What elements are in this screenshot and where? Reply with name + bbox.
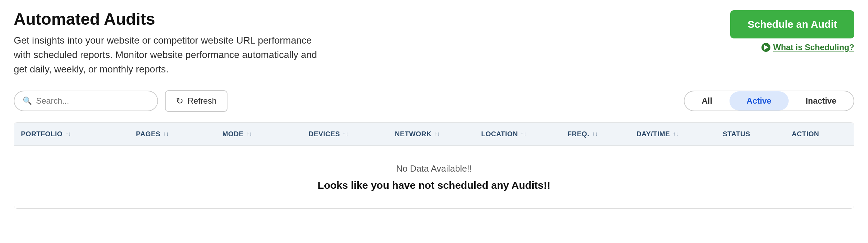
page-title: Automated Audits [14,10,323,28]
sort-icon-pages[interactable]: ↑↓ [163,131,169,137]
sort-icon-portfolio[interactable]: ↑↓ [65,131,71,137]
search-icon: 🔍 [23,96,32,105]
th-status: STATUS [716,123,785,146]
filter-tab-active[interactable]: Active [730,91,789,111]
search-wrapper: 🔍 [14,91,158,111]
th-daytime: DAY/TIME ↑↓ [630,123,716,146]
refresh-button[interactable]: ↻ Refresh [165,90,227,112]
sort-icon-devices[interactable]: ↑↓ [343,131,348,137]
search-input[interactable] [36,96,149,106]
th-devices: DEVICES ↑↓ [302,123,388,146]
controls-left: 🔍 ↻ Refresh [14,90,227,112]
what-is-scheduling-label: What is Scheduling? [773,43,854,52]
header-section: Automated Audits Get insights into your … [14,10,854,77]
sort-icon-location[interactable]: ↑↓ [521,131,526,137]
header-right: Schedule an Audit What is Scheduling? [730,10,854,52]
schedule-audit-button[interactable]: Schedule an Audit [730,10,854,38]
filter-tab-all[interactable]: All [685,91,730,111]
header-left: Automated Audits Get insights into your … [14,10,323,77]
th-mode: MODE ↑↓ [215,123,302,146]
th-network: NETWORK ↑↓ [388,123,474,146]
sort-icon-mode[interactable]: ↑↓ [246,131,252,137]
refresh-label: Refresh [188,96,216,106]
filter-tab-inactive[interactable]: Inactive [789,91,854,111]
sort-icon-network[interactable]: ↑↓ [434,131,440,137]
refresh-icon: ↻ [176,96,183,106]
th-pages: PAGES ↑↓ [129,123,215,146]
what-is-scheduling-link[interactable]: What is Scheduling? [761,43,854,52]
th-action: ACTION [785,123,854,146]
no-data-subtext: Looks like you have not scheduled any Au… [318,180,550,191]
sort-icon-freq[interactable]: ↑↓ [592,131,598,137]
table-header: PORTFOLIO ↑↓ PAGES ↑↓ MODE ↑↓ DEVICES ↑↓… [14,123,854,146]
page-description: Get insights into your website or compet… [14,33,323,77]
filter-tabs: All Active Inactive [684,91,854,111]
th-freq: FREQ. ↑↓ [560,123,630,146]
controls-section: 🔍 ↻ Refresh All Active Inactive [14,90,854,112]
th-portfolio: PORTFOLIO ↑↓ [14,123,129,146]
th-location: LOCATION ↑↓ [474,123,560,146]
play-icon [761,43,770,52]
sort-icon-daytime[interactable]: ↑↓ [673,131,679,137]
no-data-text: No Data Available!! [396,163,472,174]
table-body: No Data Available!! Looks like you have … [14,146,854,208]
table-section: PORTFOLIO ↑↓ PAGES ↑↓ MODE ↑↓ DEVICES ↑↓… [14,122,854,209]
